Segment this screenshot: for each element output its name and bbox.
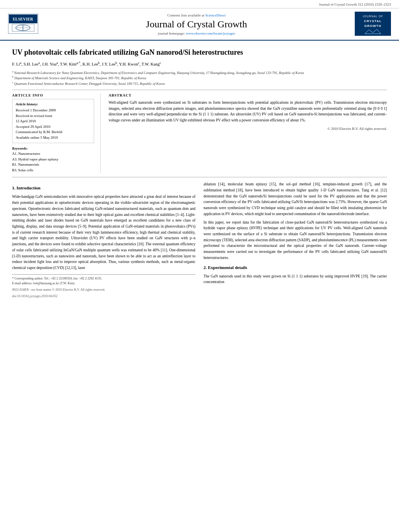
crystal-growth-logo: JOURNAL OF CRYSTAL GROWTH: [355, 12, 391, 37]
abstract-column: ABSTRACT Well-aligned GaN nanorods were …: [109, 93, 387, 173]
section2-title: 2. Experimental details: [204, 264, 387, 271]
keyword-1: A1. Nanostructures: [12, 151, 94, 157]
body-right-column: ablation [14], molecular beam epitaxy [1…: [204, 181, 387, 298]
history-label: Article history:: [16, 102, 90, 107]
article-title: UV photovoltaic cells fabricated utilizi…: [12, 48, 387, 57]
homepage-line: journal homepage: www.elsevier.com/locat…: [42, 31, 351, 35]
received-revised-label: Received in revised form: [16, 113, 90, 119]
sciencedirect-link[interactable]: ScienceDirect: [206, 13, 226, 17]
journal-reference-bar: Journal of Crystal Growth 312 (2010) 232…: [0, 0, 399, 8]
keyword-4: B3. Solar cells: [12, 168, 94, 173]
journal-header: ELSEVIER Contents lists available at Sci…: [0, 8, 399, 41]
footnotes: * Corresponding author. Tel.: +82 2 2210…: [12, 274, 195, 299]
keywords-title: Keywords:: [12, 146, 94, 150]
communicated-by: Communicated by R.M. Biefeld: [16, 129, 90, 135]
body-left-column: 1. Introduction Wide-bandgap GaN semicon…: [12, 181, 195, 298]
keywords-section: Keywords: A1. Nanostructures A3. Hydrid …: [12, 146, 94, 173]
affiliations: a National Research Laboratory for Nano …: [12, 70, 387, 86]
section1-right-para2: In this paper, we report data for the fa…: [204, 220, 387, 261]
affiliation-c: c Quantum Functional Semiconductor Resea…: [12, 81, 387, 86]
svg-text:GROWTH: GROWTH: [364, 24, 381, 28]
elsevier-logo: ELSEVIER: [8, 14, 38, 35]
main-content: UV photovoltaic cells fabricated utilizi…: [0, 41, 399, 307]
divider-1: [12, 90, 387, 90]
homepage-url[interactable]: www.elsevier.com/locate/jcrysgro: [186, 31, 235, 35]
section1-title: 1. Introduction: [12, 185, 195, 191]
section2-text: The GaN nanorods used in this study were…: [204, 273, 387, 285]
divider-2: [12, 177, 387, 177]
copyright-line: © 2010 Elsevier B.V. All rights reserved…: [109, 127, 387, 131]
abstract-text: Well-aligned GaN nanorods were synthesiz…: [109, 100, 387, 123]
received-revised-date: 12 April 2010: [16, 119, 90, 124]
article-history-box: Article history: Received 1 December 200…: [12, 99, 94, 144]
author-list: F. Lia, S.H. Leea, J.H. Youa, T.W. Kima,…: [12, 62, 161, 66]
svg-text:ELSEVIER: ELSEVIER: [13, 17, 33, 21]
svg-text:JOURNAL OF: JOURNAL OF: [363, 15, 383, 18]
keyword-3: B1. Nanomaterials: [12, 162, 94, 168]
journal-title: Journal of Crystal Growth: [42, 19, 351, 30]
journal-ref-text: Journal of Crystal Growth 312 (2010) 232…: [319, 2, 391, 6]
corresponding-author-note: * Corresponding author. Tel.: +82 2 2210…: [12, 276, 195, 281]
article-info-column: ARTICLE INFO Article history: Received 1…: [12, 93, 101, 173]
abstract-title: ABSTRACT: [109, 93, 387, 97]
accepted-date: Accepted 29 April 2010: [16, 124, 90, 130]
affiliation-b: b Department of Materials Science and En…: [12, 75, 387, 81]
journal-center: Contents lists available at ScienceDirec…: [42, 13, 351, 35]
contents-line: Contents lists available at ScienceDirec…: [42, 13, 351, 17]
affiliation-a: a National Research Laboratory for Nano …: [12, 70, 387, 76]
article-info-title: ARTICLE INFO: [12, 93, 94, 97]
info-abstract-section: ARTICLE INFO Article history: Received 1…: [12, 93, 387, 173]
section1-right-para1: ablation [14], molecular beam epitaxy [1…: [204, 181, 387, 217]
issn-line: 0022-0248/$ - see front matter © 2010 El…: [12, 288, 195, 292]
svg-text:CRYSTAL: CRYSTAL: [364, 19, 382, 23]
received-date: Received 1 December 2009: [16, 108, 90, 113]
authors-line: F. Lia, S.H. Leea, J.H. Youa, T.W. Kima,…: [12, 60, 387, 67]
available-online: Available online 5 May 2010: [16, 135, 90, 141]
section1-paragraph: Wide-bandgap GaN semiconductors with inn…: [12, 194, 195, 271]
doi-line: doi:10.1016/j.jcrysgro.2010.04.052: [12, 294, 195, 299]
email-note: E-mail address: twk@hanyang.ac.kr (T.W. …: [12, 281, 195, 286]
keyword-2: A3. Hydrid vapor phase epitaxy: [12, 157, 94, 162]
body-content: 1. Introduction Wide-bandgap GaN semicon…: [12, 181, 387, 298]
